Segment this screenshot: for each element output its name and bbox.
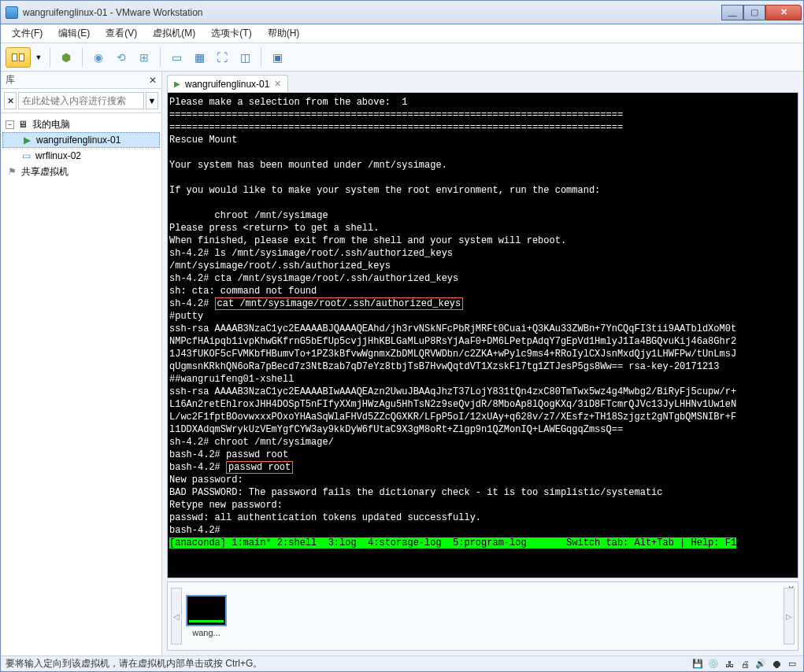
vm-icon: ▶ xyxy=(20,134,33,146)
cdrom-icon[interactable]: 💿 xyxy=(707,659,720,670)
sidebar-title: 库 xyxy=(6,73,15,87)
menu-vm[interactable]: 虚拟机(M) xyxy=(146,25,202,42)
window-title: wangruifenglinux-01 - VMware Workstation xyxy=(23,7,721,18)
sidebar-search-row: ✕ ▼ xyxy=(1,89,161,113)
maximize-button[interactable] xyxy=(743,5,765,20)
menu-view[interactable]: 查看(V) xyxy=(99,25,143,42)
message-icon[interactable]: ▭ xyxy=(786,659,798,670)
tab-close-icon[interactable]: ✕ xyxy=(274,79,281,89)
vm-console[interactable]: Please make a selection from the above: … xyxy=(167,92,798,578)
thumbnail-label: wang... xyxy=(183,628,229,637)
toolbar: ▼ ⬢ ◉ ⟲ ⊞ ▭ ▦ ⛶ ◫ ▣ xyxy=(1,43,803,72)
snapshot-revert-icon[interactable]: ⟲ xyxy=(111,47,132,68)
tree-item-label: wangruifenglinux-01 xyxy=(36,135,120,146)
window-titlebar: wangruifenglinux-01 - VMware Workstation xyxy=(0,0,804,24)
menu-tabs[interactable]: 选项卡(T) xyxy=(205,25,258,42)
minimize-button[interactable] xyxy=(721,5,743,20)
library-tree: − 🖥 我的电脑 ▶ wangruifenglinux-01 ▭ wrflinu… xyxy=(1,113,161,655)
content-area: 库 ✕ ✕ ▼ − 🖥 我的电脑 ▶ wangruifenglinux-01 xyxy=(1,72,803,655)
status-devices: 💾 💿 🖧 🖨 🔊 ⯃ ▭ xyxy=(691,659,798,670)
search-input[interactable] xyxy=(18,92,144,109)
tree-root-my-computer[interactable]: − 🖥 我的电脑 xyxy=(2,116,160,132)
usb-icon[interactable]: ⯃ xyxy=(770,659,783,670)
thumbnail-bar: ◁ ✕ wang... ▷ xyxy=(167,582,798,651)
tree-root-label: 我的电脑 xyxy=(32,118,70,131)
app-icon xyxy=(6,6,18,19)
menu-help[interactable]: 帮助(H) xyxy=(261,25,306,42)
vm-tab[interactable]: ▶ wangruifenglinux-01 ✕ xyxy=(167,75,288,92)
tree-item-vm-1[interactable]: ▶ wangruifenglinux-01 xyxy=(2,132,160,148)
menu-bar: 文件(F) 编辑(E) 查看(V) 虚拟机(M) 选项卡(T) 帮助(H) xyxy=(1,24,803,43)
menu-edit[interactable]: 编辑(E) xyxy=(52,25,96,42)
tree-item-vm-2[interactable]: ▭ wrflinux-02 xyxy=(2,148,160,164)
vm-thumbnail[interactable]: wang... xyxy=(183,595,229,637)
cycle-icon[interactable]: ▣ xyxy=(267,47,287,68)
fullscreen-icon[interactable]: ⛶ xyxy=(212,47,232,68)
window-controls xyxy=(721,5,802,20)
vm-icon: ▭ xyxy=(20,150,32,162)
view-console-icon[interactable]: ▭ xyxy=(166,47,187,68)
thumb-next-button[interactable]: ▷ xyxy=(784,588,795,644)
status-bar: 要将输入定向到该虚拟机，请在虚拟机内部单击或按 Ctrl+G。 💾 💿 🖧 🖨 … xyxy=(1,655,803,671)
network-icon[interactable]: 🖧 xyxy=(723,659,735,670)
vm-tabbar: ▶ wangruifenglinux-01 ✕ xyxy=(162,72,803,92)
vm-tab-label: wangruifenglinux-01 xyxy=(185,79,269,90)
tree-shared-vms[interactable]: ⚑ 共享虚拟机 xyxy=(2,164,160,179)
status-text: 要将输入定向到该虚拟机，请在虚拟机内部单击或按 Ctrl+G。 xyxy=(6,657,262,670)
sidebar-header: 库 ✕ xyxy=(1,72,161,89)
view-thumbnails-icon[interactable]: ▦ xyxy=(189,47,209,68)
tree-item-label: wrflinux-02 xyxy=(35,150,81,161)
search-dropdown-button[interactable]: ▼ xyxy=(146,92,158,109)
search-clear-button[interactable]: ✕ xyxy=(4,92,17,109)
printer-icon[interactable]: 🖨 xyxy=(739,659,751,670)
menu-file[interactable]: 文件(F) xyxy=(6,25,49,42)
vm-running-icon: ▶ xyxy=(174,79,180,88)
collapse-icon[interactable]: − xyxy=(6,120,14,129)
sound-icon[interactable]: 🔊 xyxy=(754,659,767,670)
thumbnail-image xyxy=(186,595,227,626)
disk-icon[interactable]: 💾 xyxy=(691,659,704,670)
sidebar-close-icon[interactable]: ✕ xyxy=(149,75,157,86)
computer-icon: 🖥 xyxy=(17,118,29,131)
snapshot-manage-icon[interactable]: ⊞ xyxy=(134,47,154,68)
power-button[interactable]: ⬢ xyxy=(56,47,76,68)
unity-icon[interactable]: ◫ xyxy=(235,47,255,68)
app-frame: 文件(F) 编辑(E) 查看(V) 虚拟机(M) 选项卡(T) 帮助(H) ▼ … xyxy=(0,24,804,672)
shared-icon: ⚑ xyxy=(6,165,18,178)
tab-dropdown-button[interactable]: ▼ xyxy=(33,47,44,68)
tree-shared-label: 共享虚拟机 xyxy=(21,165,69,179)
snapshot-take-icon[interactable]: ◉ xyxy=(88,47,109,68)
close-button[interactable] xyxy=(765,5,802,20)
main-area: ▶ wangruifenglinux-01 ✕ Please make a se… xyxy=(162,72,803,655)
home-tab-button[interactable] xyxy=(6,47,31,68)
library-sidebar: 库 ✕ ✕ ▼ − 🖥 我的电脑 ▶ wangruifenglinux-01 xyxy=(1,72,162,655)
thumb-prev-button[interactable]: ◁ xyxy=(171,588,182,644)
